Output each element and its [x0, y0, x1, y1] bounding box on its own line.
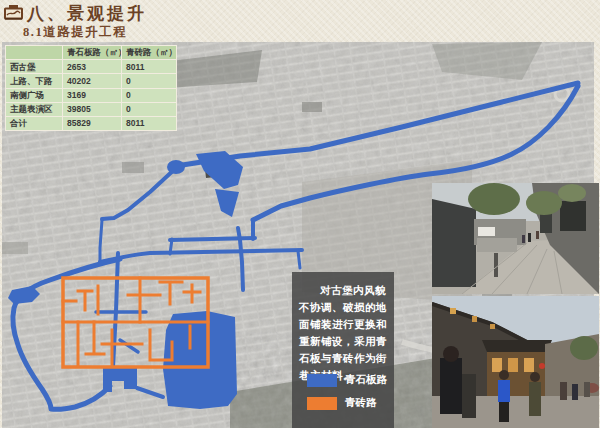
- row-label: 南侧广场: [6, 88, 63, 102]
- cell-value: 3169: [63, 88, 122, 102]
- row-label: 上路、下路: [6, 74, 63, 88]
- legend-label: 青石板路: [345, 373, 387, 387]
- header-cell: [6, 46, 63, 60]
- row-label: 主题表演区: [6, 102, 63, 116]
- legend-item-stone-road: 青石板路: [307, 373, 387, 387]
- table-row-total: 合计 85829 8011: [6, 116, 177, 130]
- cell-value: 8011: [122, 116, 177, 130]
- legend-swatch-blue: [307, 374, 337, 387]
- photo-street-dusk: [432, 296, 599, 428]
- photo-street-day: [432, 183, 599, 294]
- table-row: 上路、下路 40202 0: [6, 74, 177, 88]
- annotation-box: 对古堡内风貌不协调、破损的地面铺装进行更换和重新铺设，采用青石板与青砖作为街巷主…: [292, 272, 394, 428]
- cell-value: 8011: [122, 60, 177, 74]
- page-subtitle: 8.1道路提升工程: [23, 24, 127, 41]
- cell-value: 2653: [63, 60, 122, 74]
- table-row: 南侧广场 3169 0: [6, 88, 177, 102]
- page-title: 八、景观提升: [27, 2, 147, 25]
- cell-value: 0: [122, 74, 177, 88]
- table-row: 西古堡 2653 8011: [6, 60, 177, 74]
- legend-swatch-orange: [307, 397, 337, 410]
- cell-value: 39805: [63, 102, 122, 116]
- cell-value: 85829: [63, 116, 122, 130]
- legend-label: 青砖路: [345, 396, 377, 410]
- row-label: 西古堡: [6, 60, 63, 74]
- road-area-table: 青石板路（㎡） 青砖路（㎡） 西古堡 2653 8011 上路、下路 40202…: [5, 45, 177, 131]
- legend-item-brick-road: 青砖路: [307, 396, 377, 410]
- seal-scroll-icon: [3, 3, 24, 21]
- header-cell: 青砖路（㎡）: [122, 46, 177, 60]
- header-cell: 青石板路（㎡）: [63, 46, 122, 60]
- table-header-row: 青石板路（㎡） 青砖路（㎡）: [6, 46, 177, 60]
- cell-value: 40202: [63, 74, 122, 88]
- table-row: 主题表演区 39805 0: [6, 102, 177, 116]
- cell-value: 0: [122, 88, 177, 102]
- cell-value: 0: [122, 102, 177, 116]
- annotation-text: 对古堡内风貌不协调、破损的地面铺装进行更换和重新铺设，采用青石板与青砖作为街巷主…: [299, 282, 387, 384]
- row-label: 合计: [6, 116, 63, 130]
